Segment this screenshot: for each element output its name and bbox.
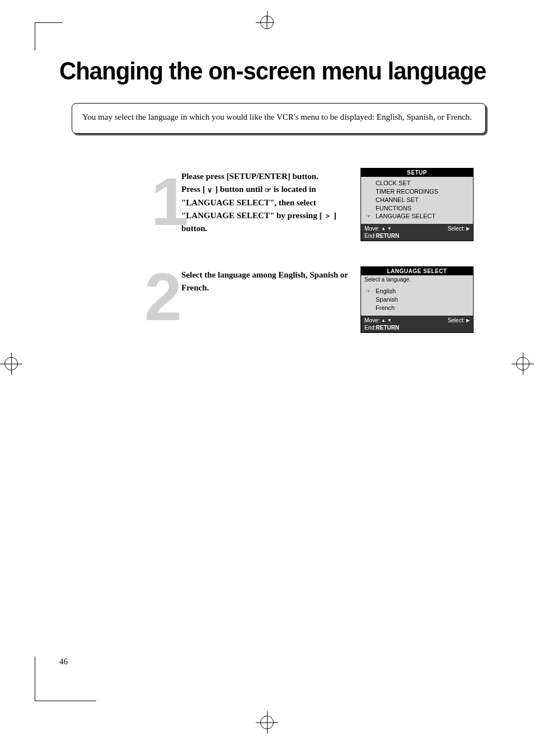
osd-lang-footer-return: RETURN [376,325,400,331]
osd-item-timer-recordings: TIMER RECORDINGS [364,187,470,196]
step-2-instruction: Select the language among English, Spani… [181,269,349,295]
page-corner-top-h [35,22,63,23]
osd-setup-panel: SETUP CLOCK SET TIMER RECORDINGS CHANNEL… [360,168,474,241]
osd-language-panel: LANGUAGE SELECT Select a language. Engli… [360,266,474,333]
step-1-line4b: ] [331,211,336,220]
crop-cross-top-h [260,22,274,23]
crop-mark-right [512,353,534,375]
osd-footer-end-label: End: [364,233,376,239]
osd-footer-return: RETURN [376,233,400,239]
crop-mark-bottom [256,711,278,734]
osd-item-french: French [364,304,470,312]
osd-lang-footer-end-label: End: [364,325,376,331]
triangle-down-icon: ▼ [387,226,392,232]
triangle-up-icon: ▲ [381,318,386,323]
osd-lang-footer-move-label: Move: [364,317,381,323]
step-2-number: 2 [144,263,177,330]
step-1-instruction: Please press [SETUP/ENTER] button. Press… [181,170,344,235]
page-number: 46 [59,657,68,666]
pointer-icon: ☞ [265,185,271,196]
osd-footer-move-label: Move: [364,226,381,232]
osd-setup-footer: Move: ▲ ▼ Select: ▶ End:RETURN [361,224,473,241]
page-corner-bottom-v [35,656,35,701]
osd-item-channel-set: CHANNEL SET [364,196,470,204]
page-corner-top-v [35,22,35,50]
step-1-line2a: Press [ [181,185,207,194]
triangle-up-icon: ▲ [381,226,386,232]
osd-language-header: LANGUAGE SELECT [361,267,473,275]
triangle-down-icon: ▼ [387,318,392,323]
intro-text: You may select the language in which you… [82,111,475,123]
step-1-line5: button. [181,224,207,233]
crop-mark-left [0,353,22,375]
osd-item-functions: FUNCTIONS [364,204,470,213]
osd-footer-select-label: Select: [448,226,466,232]
osd-setup-header: SETUP [361,168,473,177]
step-1-line2c: is located in [271,185,316,194]
step-1-line2b: ] button until [213,185,265,194]
step-1-line3: "LANGUAGE SELECT", then select [181,198,316,207]
down-icon: ∨ [207,185,213,196]
osd-lang-footer-select-label: Select: [448,317,466,323]
osd-item-clock-set: CLOCK SET [364,179,470,187]
page-title: Changing the on-screen menu language [59,57,486,85]
osd-language-body: English Spanish French [361,285,473,316]
osd-language-prompt: Select a language. [361,275,473,285]
triangle-right-icon: ▶ [466,226,470,232]
step-1-line1: Please press [SETUP/ENTER] button. [181,172,318,181]
triangle-right-icon: ▶ [466,318,470,323]
osd-item-english: English [364,287,470,295]
osd-item-language-select: LANGUAGE SELECT [364,212,470,220]
step-1-line4: "LANGUAGE SELECT" by pressing [ [181,211,324,220]
intro-box: You may select the language in which you… [72,103,486,134]
right-icon: ＞ [324,210,331,222]
osd-language-footer: Move: ▲ ▼ Select: ▶ End:RETURN [361,316,473,332]
step-1-number: 1 [151,168,184,235]
osd-item-spanish: Spanish [364,295,470,304]
page-corner-bottom-h [35,701,96,701]
osd-setup-body: CLOCK SET TIMER RECORDINGS CHANNEL SET F… [361,177,473,224]
